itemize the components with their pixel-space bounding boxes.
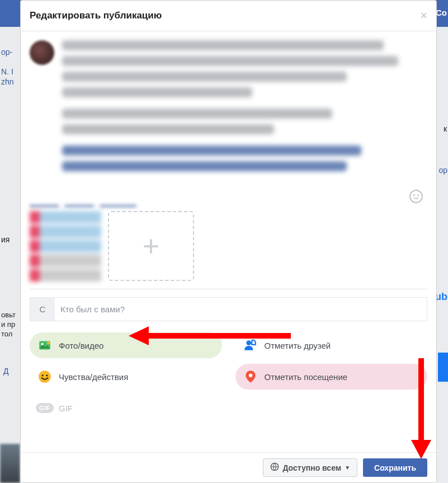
svg-point-1 [41, 343, 44, 345]
tag-people-input[interactable] [55, 298, 427, 321]
tag-friends-icon [243, 338, 258, 353]
close-icon[interactable]: × [420, 8, 427, 23]
bg-text: ор- [1, 48, 12, 57]
svg-point-6 [46, 374, 48, 376]
option-label: Чувства/действия [59, 372, 128, 382]
bg-text: N. I [1, 67, 13, 76]
svg-point-7 [248, 374, 252, 378]
privacy-selector-button[interactable]: Доступно всем ▼ [263, 458, 357, 477]
tag-prefix-label: С [30, 298, 55, 321]
photo-video-option[interactable]: Фото/видео [30, 332, 222, 358]
option-label: Фото/видео [59, 341, 103, 350]
dialog-header: Редактировать публикацию × [21, 1, 436, 31]
post-options-grid: Фото/видео Отметить друзей Чувства/дейст… [30, 332, 427, 421]
bg-text: и пр [1, 320, 15, 329]
option-label: GIF [59, 404, 73, 413]
bg-text: тол [1, 330, 12, 338]
check-in-option[interactable]: Отметить посещение [235, 364, 428, 390]
gif-icon: GIF [37, 401, 52, 415]
attached-media-thumbnail[interactable] [30, 211, 101, 280]
post-content-row [30, 40, 427, 197]
dialog-title: Редактировать публикацию [30, 10, 162, 21]
bg-text: zhn [1, 77, 14, 86]
dialog-footer: Доступно всем ▼ Сохранить [21, 452, 436, 482]
dialog-body: ▬▬▬▬ · ▬▬▬▬ · ▬▬▬▬▬ + С Фото/видео [21, 31, 436, 421]
svg-point-5 [42, 374, 44, 376]
add-media-button[interactable]: + [108, 211, 194, 281]
post-text-area[interactable] [62, 40, 427, 197]
bg-text: Co [436, 8, 447, 17]
globe-icon [270, 462, 279, 473]
divider [30, 289, 427, 289]
tag-people-row: С [30, 297, 427, 321]
option-label: Отметить посещение [265, 372, 348, 382]
chevron-down-icon: ▼ [345, 465, 350, 471]
tag-friends-option[interactable]: Отметить друзей [235, 332, 428, 358]
svg-point-2 [47, 341, 50, 344]
option-label: Отметить друзей [265, 341, 331, 350]
save-button[interactable]: Сохранить [363, 458, 427, 477]
feeling-icon [37, 369, 52, 384]
bg-text: овьт [1, 311, 16, 319]
link-preview-caption: ▬▬▬▬ · ▬▬▬▬ · ▬▬▬▬▬ [30, 200, 427, 209]
svg-point-3 [246, 340, 251, 345]
feeling-option[interactable]: Чувства/действия [30, 364, 222, 390]
bg-text: к [444, 124, 447, 133]
photo-icon [37, 338, 52, 353]
bg-photo [0, 444, 20, 483]
bg-blue-block [438, 353, 448, 382]
edit-post-dialog: Редактировать публикацию × ▬▬▬▬ · ▬▬▬▬ ·… [20, 0, 437, 483]
bg-text: ор [438, 166, 447, 175]
location-icon [243, 369, 258, 384]
bg-text: ub [435, 291, 447, 303]
privacy-label: Доступно всем [282, 463, 341, 472]
avatar [30, 40, 54, 65]
bg-text: ия [1, 235, 10, 244]
media-attachments-row: + [30, 211, 427, 281]
gif-option[interactable]: GIF GIF [30, 395, 222, 421]
bg-text: Д [3, 367, 8, 376]
svg-point-4 [39, 371, 51, 383]
